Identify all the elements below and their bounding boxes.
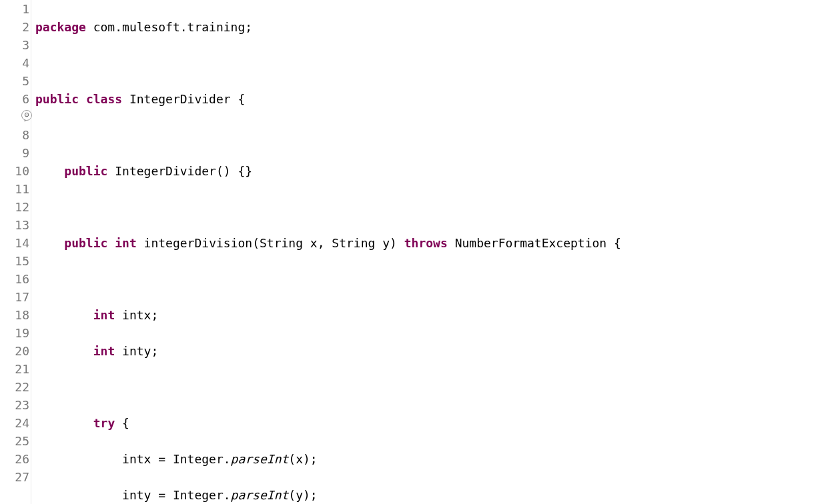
line-number: 3 bbox=[0, 36, 31, 54]
package-name: com.mulesoft.training; bbox=[86, 20, 252, 34]
code-line[interactable]: public class IntegerDivider { bbox=[35, 90, 621, 108]
code-line[interactable]: int inty; bbox=[35, 342, 621, 360]
keyword-package: package bbox=[35, 20, 86, 34]
assign-inty: inty = Integer. bbox=[122, 488, 231, 502]
code-line[interactable] bbox=[35, 126, 621, 144]
line-number: 22 bbox=[0, 378, 31, 396]
keyword-class: class bbox=[86, 92, 122, 106]
space bbox=[107, 236, 115, 250]
line-number: 11 bbox=[0, 180, 31, 198]
code-line[interactable]: package com.mulesoft.training; bbox=[35, 18, 621, 36]
static-method-parseint: parseInt bbox=[231, 452, 289, 466]
indent bbox=[35, 416, 93, 430]
var-intx: intx; bbox=[115, 308, 158, 322]
brace-open: { bbox=[231, 92, 246, 106]
static-method-parseint: parseInt bbox=[231, 488, 289, 502]
code-line[interactable] bbox=[35, 198, 621, 216]
code-editor-area[interactable]: package com.mulesoft.training; public cl… bbox=[31, 0, 621, 504]
line-number: 19 bbox=[0, 324, 31, 342]
line-number: 9 bbox=[0, 144, 31, 162]
line-number: 10 bbox=[0, 162, 31, 180]
code-line[interactable] bbox=[35, 270, 621, 288]
space bbox=[137, 236, 144, 250]
line-number: 15 bbox=[0, 252, 31, 270]
fold-collapse-icon[interactable]: ⊖ bbox=[21, 110, 32, 121]
indent bbox=[35, 236, 64, 250]
brace-open: { bbox=[115, 416, 129, 430]
space bbox=[107, 164, 115, 178]
keyword-int: int bbox=[93, 308, 115, 322]
var-inty: inty; bbox=[115, 344, 158, 358]
assign-intx: intx = Integer. bbox=[122, 452, 231, 466]
keyword-try: try bbox=[93, 416, 115, 430]
line-number: 12 bbox=[0, 198, 31, 216]
indent bbox=[35, 164, 64, 178]
keyword-public: public bbox=[35, 92, 79, 106]
constructor: IntegerDivider() {} bbox=[115, 164, 252, 178]
line-number: 1 bbox=[0, 0, 31, 18]
class-name: IntegerDivider bbox=[129, 92, 231, 106]
method-name: integerDivision bbox=[144, 236, 253, 250]
line-number: 23 bbox=[0, 396, 31, 414]
space bbox=[79, 92, 86, 106]
line-number: 5 bbox=[0, 72, 31, 90]
line-number: 2 bbox=[0, 18, 31, 36]
line-number: 8 bbox=[0, 126, 31, 144]
code-line[interactable]: intx = Integer.parseInt(x); bbox=[35, 450, 621, 468]
line-number: 27 bbox=[0, 468, 31, 486]
code-line[interactable] bbox=[35, 378, 621, 396]
code-line[interactable]: int intx; bbox=[35, 306, 621, 324]
keyword-int: int bbox=[115, 236, 137, 250]
brace-open: { bbox=[606, 236, 621, 250]
space bbox=[122, 92, 129, 106]
line-number: 21 bbox=[0, 360, 31, 378]
exception-type: NumberFormatException bbox=[455, 236, 607, 250]
line-number: 18 bbox=[0, 306, 31, 324]
line-number-gutter: 1 2 3 4 5 6 7 8 9 10 11 12 13 14 15 16 1… bbox=[0, 0, 31, 504]
indent bbox=[35, 344, 93, 358]
line-number: 20 bbox=[0, 342, 31, 360]
keyword-int: int bbox=[93, 344, 115, 358]
line-number: 24 bbox=[0, 414, 31, 432]
space bbox=[448, 236, 455, 250]
line-number: 17 bbox=[0, 288, 31, 306]
keyword-throws: throws bbox=[404, 236, 448, 250]
keyword-public: public bbox=[64, 236, 107, 250]
params: (String x, String y) bbox=[252, 236, 397, 250]
line-number: 13 bbox=[0, 216, 31, 234]
code-line[interactable] bbox=[35, 54, 621, 72]
line-number: 6 bbox=[0, 90, 31, 108]
call-args: (y); bbox=[288, 488, 317, 502]
line-number: 16 bbox=[0, 270, 31, 288]
code-line[interactable]: public int integerDivision(String x, Str… bbox=[35, 234, 621, 252]
call-args: (x); bbox=[288, 452, 317, 466]
indent bbox=[35, 308, 93, 322]
indent bbox=[35, 488, 122, 502]
code-line[interactable]: try { bbox=[35, 414, 621, 432]
code-line[interactable]: public IntegerDivider() {} bbox=[35, 162, 621, 180]
space bbox=[397, 236, 404, 250]
line-number: 26 bbox=[0, 450, 31, 468]
line-number: 14 bbox=[0, 234, 31, 252]
indent bbox=[35, 452, 122, 466]
line-number: 25 bbox=[0, 432, 31, 450]
line-number: 4 bbox=[0, 54, 31, 72]
keyword-public: public bbox=[64, 164, 107, 178]
code-line[interactable]: inty = Integer.parseInt(y); bbox=[35, 486, 621, 504]
